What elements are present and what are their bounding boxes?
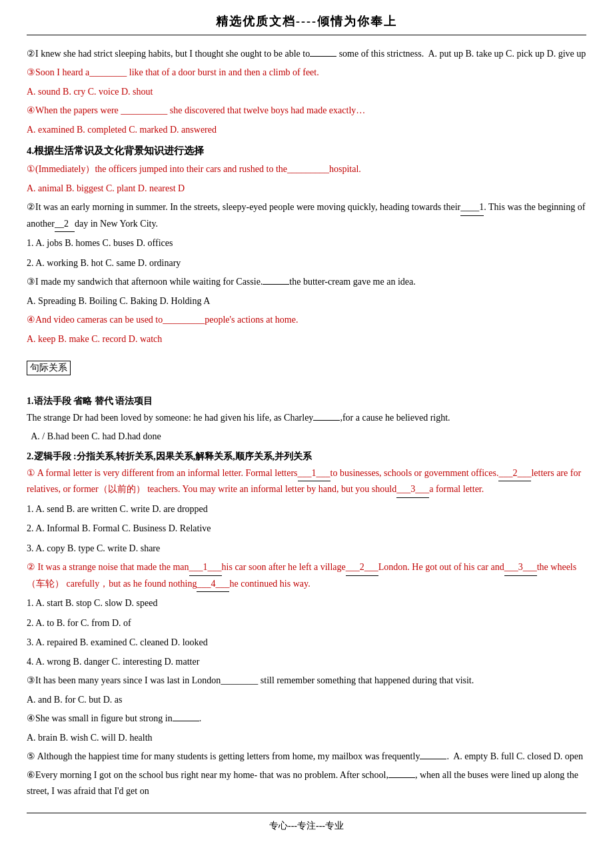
q4-options: A. examined B. completed C. marked D. an… xyxy=(27,121,586,138)
logic-q1-b3: ___3___ xyxy=(396,481,429,498)
page-footer: 专心---专注---专业 xyxy=(27,813,586,832)
logic-q2-b3: ___3___ xyxy=(504,559,537,576)
logic-q6-blank xyxy=(388,777,415,778)
q2-text: ②I knew she had strict sleeping habits, … xyxy=(27,46,586,62)
sentence-relation-title: 句际关系 xyxy=(27,361,71,375)
s4q4-options: A. keep B. make C. record D. watch xyxy=(27,331,586,347)
logic-q2-opt3: 3. A. repaired B. examined C. cleaned D.… xyxy=(27,634,586,651)
logic-q1-opt3: 3. A. copy B. type C. write D. share xyxy=(27,540,586,557)
logic-q3-text: ③It has been many years since I was last… xyxy=(27,673,586,689)
logic-q1-opt1: 1. A. send B. are written C. write D. ar… xyxy=(27,501,586,517)
logic-q1-b1: ___1___ xyxy=(298,465,330,482)
logic-q2-b4: ___4___ xyxy=(197,576,229,593)
s4q1-options: A. animal B. biggest C. plant D. nearest… xyxy=(27,180,586,197)
q2-options: A. put up B. take up C. pick up D. give … xyxy=(428,49,586,59)
q3-content: ③Soon I heard a________ like that of a d… xyxy=(27,67,319,77)
s4q1-text: ①(Immediately）the officers jumped into t… xyxy=(27,161,586,177)
logic-title: 2.逻辑手段 :分指关系,转折关系,因果关系,解释关系,顺序关系,并列关系 xyxy=(27,451,312,461)
s4q2-opt2: 2. A. working B. hot C. same D. ordinary xyxy=(27,255,586,271)
logic-q4-text: ④She was small in figure but strong in. xyxy=(27,711,586,727)
s4q4-text: ④And video cameras can be used to_______… xyxy=(27,312,586,328)
logic-q4-blank xyxy=(173,721,199,721)
s4q2-blank2: __2 xyxy=(55,216,75,233)
q3-options: A. sound B. cry C. voice D. shout xyxy=(27,83,586,100)
footer-text: 专心---专注---专业 xyxy=(269,821,344,831)
page-header: 精选优质文档----倾情为你奉上 xyxy=(27,7,586,35)
s4q2-opt1: 1. A. jobs B. homes C. buses D. offices xyxy=(27,235,586,251)
q2-blank xyxy=(310,56,336,57)
s4q2-blank1: ____1 xyxy=(460,199,484,216)
q2-intro: ②I knew she had strict sleeping habits, … xyxy=(27,49,310,59)
logic-q5-blank xyxy=(420,759,446,759)
logic-q4-options: A. brain B. wish C. will D. health xyxy=(27,729,586,746)
logic-q2-text: ② It was a strange noise that made the m… xyxy=(27,559,586,593)
s4q3-options: A. Spreading B. Boiling C. Baking D. Hol… xyxy=(27,293,586,309)
logic-heading: 2.逻辑手段 :分指关系,转折关系,因果关系,解释关系,顺序关系,并列关系 xyxy=(27,451,586,463)
logic-q6-text: ⑥Every morning I got on the school bus r… xyxy=(27,767,586,799)
logic-q2-opt1: 1. A. start B. stop C. slow D. speed xyxy=(27,595,586,611)
logic-q2-b1: ___1___ xyxy=(189,559,222,576)
grammar-text: The strange Dr had been loved by someone… xyxy=(27,410,586,426)
s4q2-text: ②It was an early morning in summer. In t… xyxy=(27,199,586,233)
logic-q2-b2: ___2___ xyxy=(346,559,378,576)
section4-heading: 4.根据生活常识及文化背景知识进行选择 xyxy=(27,145,586,157)
sentence-relation-section: 句际关系 xyxy=(27,361,586,379)
q3-text: ③Soon I heard a________ like that of a d… xyxy=(27,65,586,81)
grammar-options: A. / B.had been C. had D.had done xyxy=(27,428,586,445)
grammar-blank xyxy=(313,420,340,421)
logic-q1-b2: ___2___ xyxy=(498,465,531,482)
logic-q3-options: A. and B. for C. but D. as xyxy=(27,691,586,708)
logic-q2-opt2: 2. A. to B. for C. from D. of xyxy=(27,615,586,631)
grammar-heading: 1.语法手段 省略 替代 语法项目 xyxy=(27,395,586,407)
logic-q5-text: ⑤ Although the happiest time for many st… xyxy=(27,749,586,765)
header-title: 精选优质文档----倾情为你奉上 xyxy=(216,15,397,28)
logic-q2-opt4: 4. A. wrong B. danger C. interesting D. … xyxy=(27,653,586,670)
q4-text: ④When the papers were __________ she dis… xyxy=(27,103,586,119)
logic-q1-opt2: 2. A. Informal B. Formal C. Business D. … xyxy=(27,520,586,537)
q2-rest: some of this strictness. xyxy=(336,49,424,59)
s4q3-blank xyxy=(263,284,289,285)
s4q3-text: ③I made my sandwich that afternoon while… xyxy=(27,274,586,290)
logic-q1-text: ① A formal letter is very different from… xyxy=(27,465,586,499)
page: 精选优质文档----倾情为你奉上 ②I knew she had strict … xyxy=(0,0,613,868)
